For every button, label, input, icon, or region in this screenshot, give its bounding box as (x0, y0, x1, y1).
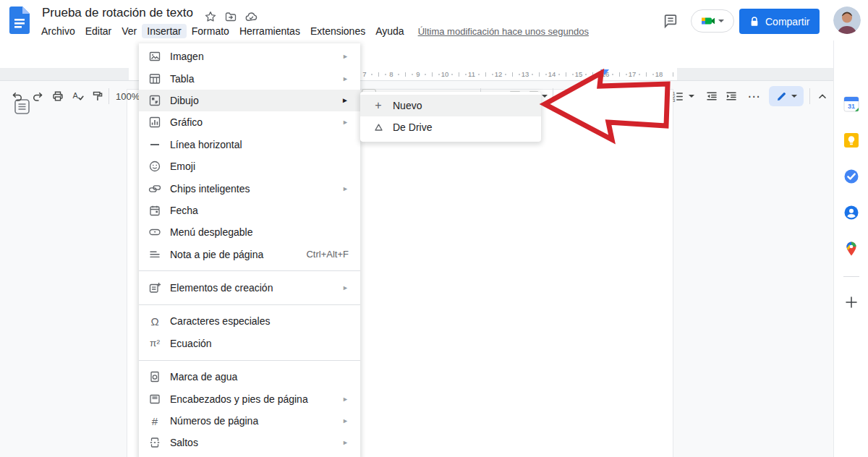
menu-item-fecha[interactable]: Fecha (139, 200, 360, 221)
ruler-number: 15 (575, 70, 583, 78)
indent-marker[interactable] (600, 69, 609, 75)
last-edit-status[interactable]: Última modificación hace unos segundos (418, 26, 589, 37)
zoom-control[interactable]: 100% (116, 91, 140, 102)
ruler-tick (539, 72, 540, 77)
toolbar-separator (809, 88, 810, 104)
ruler-tick (619, 72, 620, 77)
paint-format-icon[interactable] (88, 87, 107, 106)
menu-item-saltos[interactable]: Saltos ► (139, 432, 360, 453)
menu-item-dibujo[interactable]: Dibujo ► (139, 90, 360, 111)
numbered-list-dropdown-icon[interactable] (689, 95, 694, 98)
ruler-tick (492, 74, 493, 75)
ruler-number: 10 (441, 70, 449, 78)
menu-item-marca-de-agua[interactable]: Marca de agua (139, 366, 360, 388)
google-contacts-icon[interactable] (843, 204, 860, 221)
menu-separator (139, 304, 360, 305)
ruler-number: 13 (522, 70, 529, 78)
menu-item-chips-inteligentes[interactable]: Chips inteligentes ► (139, 177, 360, 199)
hide-menus-icon[interactable] (813, 87, 832, 106)
ruler-tick (371, 74, 373, 75)
ruler-number: 14 (548, 70, 556, 78)
ruler-tick (459, 72, 459, 77)
menu-extensiones[interactable]: Extensiones (305, 24, 370, 38)
menu-item-ecuacion[interactable]: π² Ecuación (139, 333, 360, 354)
numbered-list-icon[interactable]: 1 2 3 (668, 87, 687, 106)
comment-history-icon[interactable] (660, 10, 681, 32)
equation-icon: π² (148, 338, 162, 349)
menu-item-numeros-de-pagina[interactable]: # Números de página ► (139, 410, 360, 432)
menu-item-emoji[interactable]: Emoji (139, 155, 360, 177)
undo-icon[interactable] (8, 87, 27, 106)
menu-item-menu-desplegable[interactable]: Menú desplegable (139, 221, 360, 243)
bulleted-list-dropdown-icon[interactable] (656, 95, 662, 98)
menubar: Archivo Editar Ver Insertar Formato Herr… (36, 23, 589, 39)
meet-call-button[interactable] (691, 9, 734, 33)
drive-icon (371, 121, 386, 134)
spellcheck-icon[interactable]: A (69, 87, 88, 106)
menu-separator (139, 270, 360, 271)
menu-item-encabezados-pies[interactable]: Encabezados y pies de página ► (139, 388, 360, 409)
ruler-tick (385, 74, 386, 75)
menu-item-grafico[interactable]: Gráfico ► (139, 111, 360, 133)
ruler-number: 8 (389, 70, 393, 78)
submenu-item-nuevo[interactable]: + Nuevo (360, 95, 541, 116)
ruler-tick (572, 74, 574, 75)
print-icon[interactable] (48, 87, 67, 106)
menu-item-linea-horizontal[interactable]: Línea horizontal (139, 134, 360, 155)
side-panel: 31 (833, 40, 868, 457)
ruler-tick (639, 74, 640, 75)
page-break-icon (148, 436, 162, 449)
account-avatar[interactable] (833, 7, 861, 34)
google-calendar-icon[interactable]: 31 (843, 95, 860, 113)
menu-archivo[interactable]: Archivo (36, 24, 80, 38)
menu-insertar[interactable]: Insertar (142, 24, 186, 38)
menu-item-nota-pie[interactable]: Nota a pie de página Ctrl+Alt+F (139, 244, 360, 265)
decrease-indent-icon[interactable] (702, 87, 721, 106)
menu-formato[interactable]: Formato (187, 24, 234, 38)
ruler-tick (412, 74, 413, 75)
bulleted-list-icon[interactable] (636, 87, 655, 106)
svg-text:3: 3 (673, 98, 676, 103)
ruler-tick (451, 74, 453, 75)
building-blocks-icon (148, 281, 162, 294)
checklist-icon[interactable] (617, 87, 636, 106)
editing-mode-button[interactable] (769, 86, 804, 106)
document-title[interactable]: Prueba de rotación de texto (42, 6, 193, 20)
google-keep-icon[interactable] (843, 132, 860, 149)
menu-item-elementos-creacion[interactable]: Elementos de creación ► (139, 277, 360, 299)
ruler-tick (465, 74, 467, 75)
redo-icon[interactable] (28, 87, 47, 106)
ruler: 789101112131415161718 (0, 68, 833, 81)
menu-item-tabla[interactable]: Tabla ► (139, 67, 360, 89)
google-tasks-icon[interactable] (843, 168, 860, 185)
footnote-icon (148, 248, 162, 261)
insert-image-dropdown-icon[interactable] (542, 95, 548, 98)
google-docs-app: Prueba de rotación de texto Archivo Edit… (0, 0, 868, 457)
menu-herramientas[interactable]: Herramientas (234, 24, 305, 38)
ruler-number: 18 (655, 70, 663, 78)
align-dropdown-icon[interactable] (575, 95, 581, 98)
ruler-tick (545, 74, 547, 75)
menu-editar[interactable]: Editar (80, 24, 117, 38)
star-icon[interactable] (203, 9, 218, 25)
share-button[interactable]: Compartir (739, 9, 820, 34)
menu-item-caracteres-especiales[interactable]: Ω Caracteres especiales (139, 310, 360, 332)
more-options-icon[interactable]: ⋯ (744, 87, 763, 106)
menu-ayuda[interactable]: Ayuda (370, 24, 409, 38)
menu-item-imagen[interactable]: Imagen ► (139, 46, 360, 67)
emoji-icon (148, 160, 162, 173)
menu-ver[interactable]: Ver (116, 24, 142, 38)
line-spacing-icon[interactable] (590, 87, 608, 106)
move-to-folder-icon[interactable] (223, 9, 239, 25)
document-status-cloud-icon[interactable] (243, 9, 259, 25)
share-button-label: Compartir (765, 16, 809, 27)
ruler-tick (592, 72, 593, 77)
submenu-item-de-drive[interactable]: De Drive (360, 116, 541, 138)
increase-indent-icon[interactable] (722, 87, 741, 106)
ruler-tick (512, 72, 513, 77)
get-addons-plus-icon[interactable] (843, 294, 860, 311)
google-docs-logo-icon[interactable] (9, 7, 30, 34)
google-maps-icon[interactable] (843, 240, 860, 257)
align-icon[interactable] (558, 87, 576, 106)
ruler-tick (626, 74, 627, 75)
